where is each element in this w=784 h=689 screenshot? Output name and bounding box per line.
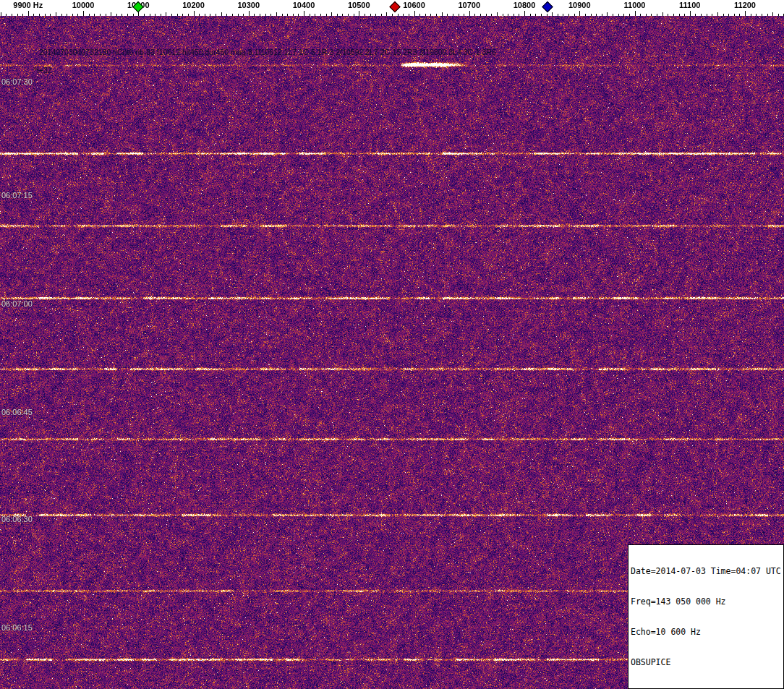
freq-axis-tick — [392, 14, 393, 16]
freq-axis-tick — [613, 14, 613, 16]
freq-axis-tick — [464, 14, 464, 16]
freq-axis-tick — [89, 14, 90, 16]
freq-axis-tick — [690, 11, 691, 16]
freq-axis-tick — [155, 14, 155, 16]
freq-axis-tick — [127, 14, 128, 16]
freq-axis-tick — [77, 14, 78, 16]
freq-axis-tick — [563, 14, 563, 16]
freq-axis-tick — [541, 14, 542, 16]
freq-axis-tick — [728, 14, 729, 16]
freq-axis-tick — [574, 14, 575, 16]
freq-axis-tick — [331, 12, 332, 16]
freq-axis-tick — [375, 14, 376, 16]
freq-axis-tick — [591, 14, 592, 16]
freq-axis-tick — [243, 14, 244, 16]
freq-axis-tick — [270, 14, 271, 16]
freq-axis-tick — [530, 14, 531, 16]
freq-axis-tick — [12, 14, 12, 16]
freq-axis-tick — [28, 11, 29, 16]
freq-tick-label: 10000 — [72, 1, 95, 9]
freq-axis-tick — [221, 12, 222, 16]
freq-axis-tick — [596, 14, 597, 16]
freq-axis-tick — [298, 14, 299, 16]
freq-axis-tick — [602, 14, 602, 16]
freq-axis-tick — [579, 11, 580, 16]
freq-axis-tick — [342, 14, 343, 16]
freq-axis-tick — [623, 14, 624, 16]
freq-axis-tick — [310, 14, 310, 16]
freq-axis-tick — [22, 14, 23, 16]
freq-axis-tick — [315, 14, 315, 16]
freq-axis-tick — [111, 12, 111, 16]
freq-axis-tick — [712, 14, 712, 16]
freq-axis-tick — [430, 14, 431, 16]
freq-axis-tick — [161, 14, 161, 16]
freq-axis-tick — [673, 14, 674, 16]
freq-axis-tick — [116, 14, 117, 16]
freq-axis-tick — [568, 14, 569, 16]
freq-axis-tick — [61, 14, 62, 16]
freq-axis-tick — [365, 14, 365, 16]
red-frequency-marker[interactable] — [389, 1, 401, 13]
freq-axis-tick — [486, 14, 487, 16]
freq-axis-tick — [503, 14, 503, 16]
freq-axis-tick — [50, 14, 51, 16]
freq-axis-tick — [425, 14, 426, 16]
freq-axis-tick — [232, 14, 233, 16]
freq-axis-tick — [679, 14, 680, 16]
freq-axis-tick — [657, 14, 657, 16]
freq-axis-tick — [67, 14, 67, 16]
freq-axis-tick — [651, 14, 652, 16]
freq-axis-tick — [337, 14, 338, 16]
freq-axis-tick — [386, 12, 387, 16]
freq-axis-tick — [497, 12, 498, 16]
status-info-box: Date=2014-07-03 Time=04:07 UTC Freq=143 … — [628, 544, 784, 689]
freq-axis-tick — [480, 14, 481, 16]
freq-tick-label: 11000 — [624, 1, 646, 9]
freq-axis-tick — [182, 14, 183, 16]
freq-axis-tick — [177, 14, 178, 16]
spectrogram-app: 9900 Hz100001010010200103001040010500106… — [0, 0, 784, 689]
freq-axis-tick — [508, 14, 508, 16]
freq-axis-tick — [585, 14, 586, 16]
frequency-axis: 9900 Hz100001010010200103001040010500106… — [0, 0, 784, 16]
freq-axis-tick — [370, 14, 371, 16]
freq-axis-tick — [717, 12, 718, 16]
freq-axis-tick — [260, 14, 260, 16]
blue-frequency-marker[interactable] — [542, 1, 553, 13]
freq-tick-label: 10900 — [568, 1, 591, 9]
freq-axis-tick — [39, 14, 40, 16]
freq-axis-tick — [282, 14, 283, 16]
freq-axis-tick — [695, 14, 696, 16]
freq-axis-tick — [354, 14, 354, 16]
freq-axis-tick — [436, 14, 437, 16]
freq-axis-tick — [739, 14, 740, 16]
freq-axis-tick — [491, 14, 492, 16]
freq-axis-tick — [293, 14, 294, 16]
freq-tick-label: 10600 — [403, 1, 425, 9]
freq-axis-tick — [734, 14, 735, 16]
freq-axis-tick — [646, 14, 647, 16]
freq-axis-tick — [144, 14, 145, 16]
freq-axis-tick — [265, 14, 266, 16]
freq-axis-tick — [519, 14, 519, 16]
freq-axis-tick — [751, 14, 751, 16]
freq-tick-label: 11200 — [734, 1, 756, 9]
freq-tick-label: 10700 — [458, 1, 480, 9]
freq-axis-tick — [607, 12, 608, 16]
freq-tick-label: 10800 — [514, 1, 536, 9]
freq-axis-tick — [414, 11, 415, 16]
freq-axis-tick — [194, 11, 195, 16]
freq-axis-tick — [707, 14, 707, 16]
freq-axis-tick — [106, 14, 106, 16]
freq-axis-tick — [17, 14, 18, 16]
freq-axis-tick — [56, 12, 56, 16]
freq-axis-tick — [762, 14, 762, 16]
freq-axis-tick — [398, 14, 399, 16]
freq-axis-tick — [304, 11, 304, 16]
freq-axis-tick — [171, 14, 172, 16]
freq-axis-tick — [535, 14, 536, 16]
freq-axis-tick — [442, 12, 443, 16]
freq-axis-tick — [226, 14, 227, 16]
freq-axis-tick — [723, 14, 724, 16]
